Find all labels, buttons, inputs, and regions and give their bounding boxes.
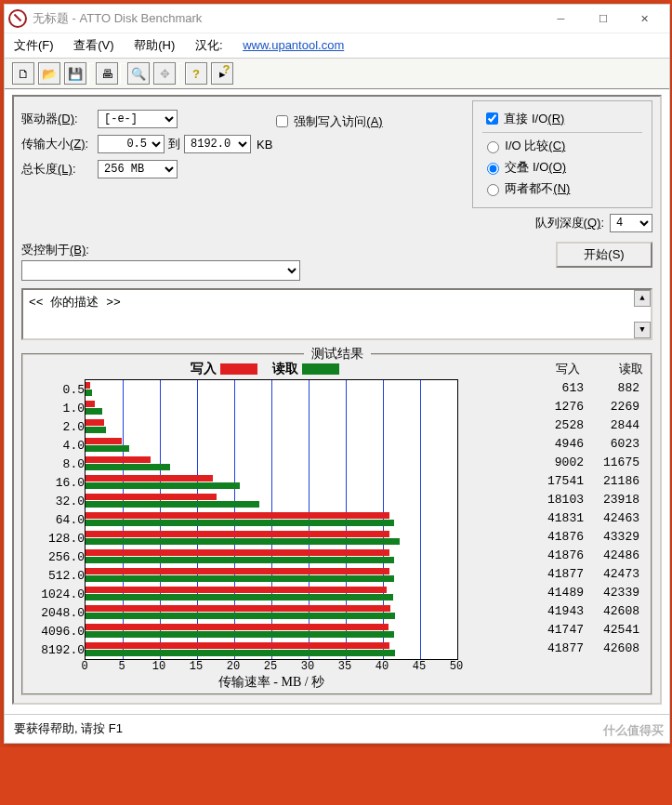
label-drive: 驱动器(D): [21,111,98,127]
xfer-to-select[interactable]: 8192.0 [184,135,251,153]
controlled-by-select[interactable] [21,260,300,281]
toolbar: 🗋 📂 💾 🖶 🔍 ✥ ? ▸? [5,58,669,89]
minimize-button[interactable]: ─ [540,6,582,32]
app-window: 无标题 - ATTO Disk Benchmark ─ ☐ ✕ 文件(F) 查看… [4,4,670,744]
results-title: 测试结果 [304,346,371,361]
save-icon[interactable]: 💾 [64,62,86,85]
scroll-up-icon[interactable]: ▲ [634,290,651,307]
table-row [86,622,457,640]
table-row [86,399,457,417]
table-row [86,603,457,622]
start-button[interactable]: 开始(S) [556,242,652,268]
label-xfer: 传输大小(Z): [21,136,98,152]
whatsthis-icon[interactable]: ▸? [211,62,233,85]
table-row [86,380,457,399]
close-button[interactable]: ✕ [624,6,665,32]
titlebar[interactable]: 无标题 - ATTO Disk Benchmark ─ ☐ ✕ [5,5,669,33]
radio-overlap-io[interactable]: 交叠 I/O(O) [482,159,642,176]
table-row [86,640,457,659]
length-select[interactable]: 256 MB [98,160,178,178]
label-hanhua: 汉化: [195,38,223,52]
move-icon[interactable]: ✥ [153,62,176,85]
table-row [86,585,457,603]
radio-neither[interactable]: 两者都不(N) [482,180,642,197]
table-row [86,510,457,529]
maximize-button[interactable]: ☐ [582,6,624,32]
drive-select[interactable]: [-e-] [98,110,178,128]
force-write-checkbox[interactable]: 强制写入访问(A) [272,112,472,130]
scroll-down-icon[interactable]: ▼ [634,322,651,338]
label-queue-depth: 队列深度(Q): [535,215,604,231]
y-axis-labels: 0.51.02.04.08.016.032.064.0128.0256.0512… [27,379,85,688]
help-icon[interactable]: ? [185,62,207,85]
table-row [86,529,457,548]
menu-file[interactable]: 文件(F) [14,38,54,52]
chart-legend: 写入 读取 [81,361,453,379]
app-icon [8,9,27,28]
link-upantool[interactable]: www.upantool.com [243,38,344,52]
radio-io-compare[interactable]: I/O 比较(C) [482,138,642,154]
results-numbers: 6138821276226925282844494660239002116751… [532,379,647,688]
table-row [86,548,457,566]
bar-chart [85,379,458,660]
menubar: 文件(F) 查看(V) 帮助(H) 汉化: www.upantool.com [5,33,669,58]
table-row [86,566,457,585]
menu-view[interactable]: 查看(V) [73,38,113,52]
label-controlled-by: 受控制于(B): [21,242,300,258]
open-icon[interactable]: 📂 [38,62,60,85]
results-panel: 测试结果 写入 读取 写入 读取 0.51.02.04.08.016.032.0… [21,353,652,695]
xfer-from-select[interactable]: 0.5 [98,135,165,153]
io-mode-group: 直接 I/O(R) I/O 比较(C) 交叠 I/O(O) 两者都不(N) [472,100,652,208]
header-write: 写入 [534,361,580,377]
menu-help[interactable]: 帮助(H) [134,38,175,52]
new-icon[interactable]: 🗋 [12,62,34,85]
table-row [86,436,457,455]
statusbar: 要获得帮助, 请按 F1 [5,714,669,743]
config-panel: 驱动器(D): [-e-] 传输大小(Z): 0.5 到 8192.0 KB 总… [12,95,662,705]
description-box[interactable]: << 你的描述 >> ▲ ▼ [21,288,652,340]
read-swatch-icon [302,363,339,375]
label-length: 总长度(L): [21,161,98,178]
queue-depth-select[interactable]: 4 [610,214,652,232]
x-axis: 传输速率 - MB / 秒 05101520253035404550 [85,660,458,688]
table-row [86,455,457,473]
label-to: 到 [168,136,180,152]
table-row [86,417,457,436]
window-title: 无标题 - ATTO Disk Benchmark [33,10,540,27]
header-read: 读取 [587,361,643,377]
write-swatch-icon [220,363,257,375]
table-row [86,492,457,510]
table-row [86,473,457,492]
print-icon[interactable]: 🖶 [96,62,118,85]
preview-icon[interactable]: 🔍 [127,62,150,85]
direct-io-checkbox[interactable]: 直接 I/O(R) [482,110,642,127]
label-kb: KB [257,138,272,152]
